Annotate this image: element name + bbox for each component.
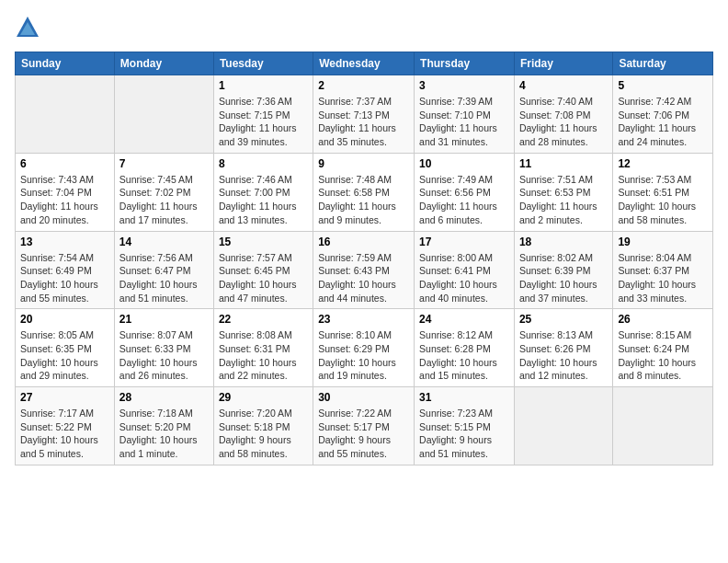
calendar-cell	[16, 75, 115, 154]
calendar-cell: 4Sunrise: 7:40 AM Sunset: 7:08 PM Daylig…	[514, 75, 612, 154]
calendar-cell	[114, 75, 213, 154]
calendar-cell: 18Sunrise: 8:02 AM Sunset: 6:39 PM Dayli…	[514, 231, 612, 309]
weekday-header: Friday	[514, 52, 612, 75]
calendar-cell: 29Sunrise: 7:20 AM Sunset: 5:18 PM Dayli…	[213, 387, 313, 465]
day-info: Sunrise: 8:08 AM Sunset: 6:31 PM Dayligh…	[219, 328, 308, 383]
calendar-week-row: 13Sunrise: 7:54 AM Sunset: 6:49 PM Dayli…	[16, 231, 713, 309]
day-number: 6	[20, 157, 109, 170]
day-info: Sunrise: 7:22 AM Sunset: 5:17 PM Dayligh…	[318, 407, 409, 461]
day-info: Sunrise: 7:49 AM Sunset: 6:56 PM Dayligh…	[419, 173, 509, 227]
calendar-cell	[613, 387, 713, 465]
calendar-cell: 8Sunrise: 7:46 AM Sunset: 7:00 PM Daylig…	[213, 153, 313, 231]
page-header	[15, 15, 713, 40]
calendar-cell: 30Sunrise: 7:22 AM Sunset: 5:17 PM Dayli…	[313, 387, 415, 465]
calendar-cell: 31Sunrise: 7:23 AM Sunset: 5:15 PM Dayli…	[415, 387, 515, 465]
calendar-cell: 14Sunrise: 7:56 AM Sunset: 6:47 PM Dayli…	[114, 231, 213, 309]
calendar-cell	[514, 387, 612, 465]
day-info: Sunrise: 7:54 AM Sunset: 6:49 PM Dayligh…	[20, 251, 109, 305]
day-number: 19	[618, 236, 708, 248]
day-info: Sunrise: 8:00 AM Sunset: 6:41 PM Dayligh…	[419, 251, 509, 305]
day-info: Sunrise: 7:51 AM Sunset: 6:53 PM Dayligh…	[519, 173, 608, 227]
day-info: Sunrise: 7:18 AM Sunset: 5:20 PM Dayligh…	[119, 407, 209, 461]
day-number: 5	[618, 79, 708, 92]
weekday-header: Wednesday	[313, 52, 415, 75]
weekday-header: Tuesday	[213, 52, 313, 75]
calendar-body: 1Sunrise: 7:36 AM Sunset: 7:15 PM Daylig…	[16, 75, 713, 465]
day-number: 4	[519, 79, 608, 92]
day-info: Sunrise: 7:59 AM Sunset: 6:43 PM Dayligh…	[318, 251, 409, 305]
day-number: 10	[419, 157, 509, 170]
day-number: 12	[618, 157, 708, 170]
day-info: Sunrise: 7:43 AM Sunset: 7:04 PM Dayligh…	[20, 173, 109, 227]
day-number: 29	[219, 391, 308, 404]
day-number: 20	[20, 313, 109, 326]
day-number: 28	[119, 391, 209, 404]
day-info: Sunrise: 7:48 AM Sunset: 6:58 PM Dayligh…	[318, 173, 409, 227]
day-number: 9	[318, 157, 409, 170]
calendar-cell: 17Sunrise: 8:00 AM Sunset: 6:41 PM Dayli…	[415, 231, 515, 309]
day-info: Sunrise: 7:17 AM Sunset: 5:22 PM Dayligh…	[20, 407, 109, 461]
calendar-cell: 11Sunrise: 7:51 AM Sunset: 6:53 PM Dayli…	[514, 153, 612, 231]
weekday-header: Saturday	[613, 52, 713, 75]
day-info: Sunrise: 7:40 AM Sunset: 7:08 PM Dayligh…	[519, 95, 608, 149]
calendar-cell: 5Sunrise: 7:42 AM Sunset: 7:06 PM Daylig…	[613, 75, 713, 154]
calendar-cell: 6Sunrise: 7:43 AM Sunset: 7:04 PM Daylig…	[16, 153, 115, 231]
calendar-week-row: 20Sunrise: 8:05 AM Sunset: 6:35 PM Dayli…	[16, 309, 713, 387]
calendar-cell: 26Sunrise: 8:15 AM Sunset: 6:24 PM Dayli…	[613, 309, 713, 387]
calendar-cell: 21Sunrise: 8:07 AM Sunset: 6:33 PM Dayli…	[114, 309, 213, 387]
day-number: 1	[219, 79, 308, 92]
day-info: Sunrise: 8:04 AM Sunset: 6:37 PM Dayligh…	[618, 251, 708, 305]
calendar-cell: 7Sunrise: 7:45 AM Sunset: 7:02 PM Daylig…	[114, 153, 213, 231]
calendar-cell: 25Sunrise: 8:13 AM Sunset: 6:26 PM Dayli…	[514, 309, 612, 387]
day-info: Sunrise: 7:36 AM Sunset: 7:15 PM Dayligh…	[219, 95, 308, 149]
day-number: 22	[219, 313, 308, 326]
day-number: 31	[419, 391, 509, 404]
calendar-cell: 1Sunrise: 7:36 AM Sunset: 7:15 PM Daylig…	[213, 75, 313, 154]
day-info: Sunrise: 8:12 AM Sunset: 6:28 PM Dayligh…	[419, 328, 509, 383]
calendar-cell: 3Sunrise: 7:39 AM Sunset: 7:10 PM Daylig…	[415, 75, 515, 154]
day-info: Sunrise: 7:46 AM Sunset: 7:00 PM Dayligh…	[219, 173, 308, 227]
calendar-cell: 28Sunrise: 7:18 AM Sunset: 5:20 PM Dayli…	[114, 387, 213, 465]
day-number: 27	[20, 391, 109, 404]
logo	[15, 15, 44, 40]
calendar-cell: 10Sunrise: 7:49 AM Sunset: 6:56 PM Dayli…	[415, 153, 515, 231]
calendar-cell: 19Sunrise: 8:04 AM Sunset: 6:37 PM Dayli…	[613, 231, 713, 309]
day-number: 14	[119, 236, 209, 248]
day-number: 16	[318, 236, 409, 248]
day-number: 11	[519, 157, 608, 170]
day-info: Sunrise: 8:13 AM Sunset: 6:26 PM Dayligh…	[519, 328, 608, 383]
day-info: Sunrise: 8:02 AM Sunset: 6:39 PM Dayligh…	[519, 251, 608, 305]
day-number: 24	[419, 313, 509, 326]
calendar-cell: 27Sunrise: 7:17 AM Sunset: 5:22 PM Dayli…	[16, 387, 115, 465]
calendar-cell: 15Sunrise: 7:57 AM Sunset: 6:45 PM Dayli…	[213, 231, 313, 309]
calendar-table: SundayMondayTuesdayWednesdayThursdayFrid…	[15, 52, 713, 465]
calendar-cell: 22Sunrise: 8:08 AM Sunset: 6:31 PM Dayli…	[213, 309, 313, 387]
day-number: 25	[519, 313, 608, 326]
calendar-cell: 13Sunrise: 7:54 AM Sunset: 6:49 PM Dayli…	[16, 231, 115, 309]
calendar-cell: 23Sunrise: 8:10 AM Sunset: 6:29 PM Dayli…	[313, 309, 415, 387]
day-info: Sunrise: 7:56 AM Sunset: 6:47 PM Dayligh…	[119, 251, 209, 305]
day-info: Sunrise: 7:42 AM Sunset: 7:06 PM Dayligh…	[618, 95, 708, 149]
day-info: Sunrise: 8:10 AM Sunset: 6:29 PM Dayligh…	[318, 328, 409, 383]
calendar-cell: 12Sunrise: 7:53 AM Sunset: 6:51 PM Dayli…	[613, 153, 713, 231]
day-info: Sunrise: 7:20 AM Sunset: 5:18 PM Dayligh…	[219, 407, 308, 461]
calendar-week-row: 1Sunrise: 7:36 AM Sunset: 7:15 PM Daylig…	[16, 75, 713, 154]
logo-icon	[15, 15, 40, 40]
day-info: Sunrise: 7:57 AM Sunset: 6:45 PM Dayligh…	[219, 251, 308, 305]
calendar-cell: 24Sunrise: 8:12 AM Sunset: 6:28 PM Dayli…	[415, 309, 515, 387]
calendar-week-row: 27Sunrise: 7:17 AM Sunset: 5:22 PM Dayli…	[16, 387, 713, 465]
calendar-week-row: 6Sunrise: 7:43 AM Sunset: 7:04 PM Daylig…	[16, 153, 713, 231]
day-number: 2	[318, 79, 409, 92]
day-number: 8	[219, 157, 308, 170]
day-number: 13	[20, 236, 109, 248]
day-number: 23	[318, 313, 409, 326]
day-info: Sunrise: 7:45 AM Sunset: 7:02 PM Dayligh…	[119, 173, 209, 227]
day-info: Sunrise: 7:37 AM Sunset: 7:13 PM Dayligh…	[318, 95, 409, 149]
calendar-header: SundayMondayTuesdayWednesdayThursdayFrid…	[16, 52, 713, 75]
weekday-header: Thursday	[415, 52, 515, 75]
calendar-cell: 16Sunrise: 7:59 AM Sunset: 6:43 PM Dayli…	[313, 231, 415, 309]
day-info: Sunrise: 8:05 AM Sunset: 6:35 PM Dayligh…	[20, 328, 109, 383]
day-number: 3	[419, 79, 509, 92]
day-number: 30	[318, 391, 409, 404]
day-number: 26	[618, 313, 708, 326]
